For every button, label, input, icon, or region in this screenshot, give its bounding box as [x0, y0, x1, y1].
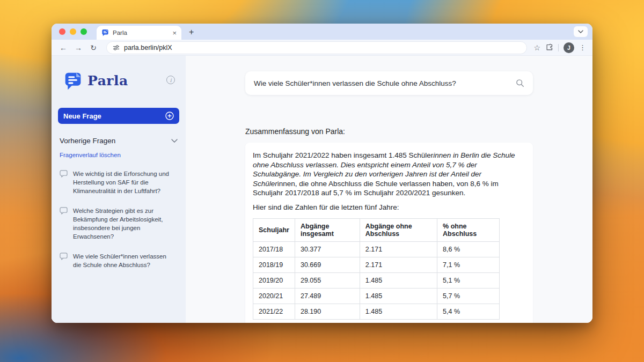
question-label: Wie viele Schüler*innen verlassen die Sc… [73, 252, 175, 269]
maximize-window-button[interactable] [80, 28, 87, 35]
info-icon[interactable]: i [166, 76, 175, 84]
sidebar-question-item[interactable]: Wie wichtig ist die Erforschung und Hers… [58, 169, 179, 195]
bookmark-star-icon[interactable]: ☆ [533, 43, 540, 52]
speech-bubble-icon [60, 253, 68, 260]
close-tab-icon[interactable]: × [172, 29, 177, 36]
forward-button[interactable]: → [72, 42, 85, 54]
results-table: Schuljahr Abgänge insgesamt Abgänge ohne… [253, 218, 500, 320]
toolbar-divider [558, 44, 559, 51]
chevron-down-icon [171, 139, 178, 143]
question-label: Wie wichtig ist die Erforschung und Hers… [73, 169, 175, 195]
question-search-field[interactable]: Wie viele Schüler*innen verlassen die Sc… [245, 71, 533, 95]
traffic-lights [52, 24, 92, 40]
sidebar: Parla i Neue Frage Vorherige Fragen Frag… [52, 56, 186, 323]
search-icon[interactable] [516, 79, 524, 87]
table-row: 2019/20 29.055 1.485 5,1 % [253, 272, 500, 288]
table-row: 2020/21 27.489 1.485 5,7 % [253, 288, 500, 304]
new-tab-button[interactable]: + [189, 27, 194, 37]
brand-row: Parla i [58, 71, 179, 91]
col-schuljahr: Schuljahr [253, 218, 295, 241]
search-value: Wie viele Schüler*innen verlassen die Sc… [254, 79, 510, 87]
col-abgaenge-ohne-abschluss: Abgänge ohne Abschluss [360, 218, 437, 241]
browser-window: Parla × + ← → ↻ parla.berlin/pklX ☆ [52, 24, 592, 323]
sidebar-question-item[interactable]: Wie viele Schüler*innen verlassen die Sc… [58, 252, 179, 269]
new-question-label: Neue Frage [63, 112, 101, 120]
tab-strip: Parla × + [52, 24, 592, 40]
tab-search-button[interactable] [574, 26, 588, 37]
site-settings-icon [113, 45, 120, 51]
table-header-row: Schuljahr Abgänge insgesamt Abgänge ohne… [253, 218, 500, 241]
close-window-button[interactable] [59, 28, 65, 35]
previous-questions-toggle[interactable]: Vorherige Fragen [58, 137, 179, 145]
col-prozent-ohne-abschluss: % ohne Abschluss [437, 218, 500, 241]
speech-bubble-icon [60, 207, 68, 215]
browser-menu-icon[interactable]: ⋮ [579, 43, 586, 51]
col-abgaenge-insgesamt: Abgänge insgesamt [295, 218, 360, 241]
sidebar-question-item[interactable]: Welche Strategien gibt es zur Bekämpfung… [58, 206, 179, 241]
parla-logo-icon [63, 71, 83, 91]
toolbar-right-cluster: ☆ J ⋮ [533, 42, 587, 53]
table-row: 2021/22 28.190 1.485 5,4 % [253, 304, 500, 319]
brand-wordmark: Parla [87, 73, 128, 88]
previous-questions-label: Vorherige Fragen [60, 137, 115, 145]
address-bar[interactable]: parla.berlin/pklX [106, 41, 527, 54]
page-content: Parla i Neue Frage Vorherige Fragen Frag… [52, 56, 592, 323]
extensions-icon[interactable] [545, 43, 553, 51]
answer-card: Im Schuljahr 2021/2022 haben insgesamt 1… [245, 143, 533, 323]
main-area: Wie viele Schüler*innen verlassen die Sc… [186, 56, 592, 323]
minimize-window-button[interactable] [70, 28, 76, 35]
table-row: 2018/19 30.669 2.171 7,1 % [253, 257, 500, 272]
new-question-button[interactable]: Neue Frage [58, 108, 179, 124]
parla-favicon [101, 29, 109, 36]
back-button[interactable]: ← [57, 42, 70, 54]
tab-title: Parla [113, 29, 169, 36]
url-text: parla.berlin/pklX [124, 44, 172, 51]
summary-paragraph: Im Schuljahr 2021/2022 haben insgesamt 1… [253, 151, 525, 198]
table-intro: Hier sind die Zahlen für die letzten fün… [253, 203, 525, 211]
plus-circle-icon [165, 112, 174, 120]
reload-button[interactable]: ↻ [87, 42, 100, 54]
profile-avatar[interactable]: J [564, 42, 574, 53]
chevron-down-icon [578, 30, 583, 33]
browser-tab-parla[interactable]: Parla × [97, 26, 181, 40]
question-label: Welche Strategien gibt es zur Bekämpfung… [73, 206, 175, 241]
clear-history-link[interactable]: Fragenverlauf löschen [58, 152, 179, 158]
browser-toolbar: ← → ↻ parla.berlin/pklX ☆ J ⋮ [52, 40, 592, 56]
table-row: 2017/18 30.377 2.171 8,6 % [253, 241, 500, 257]
speech-bubble-icon [60, 170, 68, 178]
summary-heading: Zusammenfassung von Parla: [245, 127, 533, 136]
